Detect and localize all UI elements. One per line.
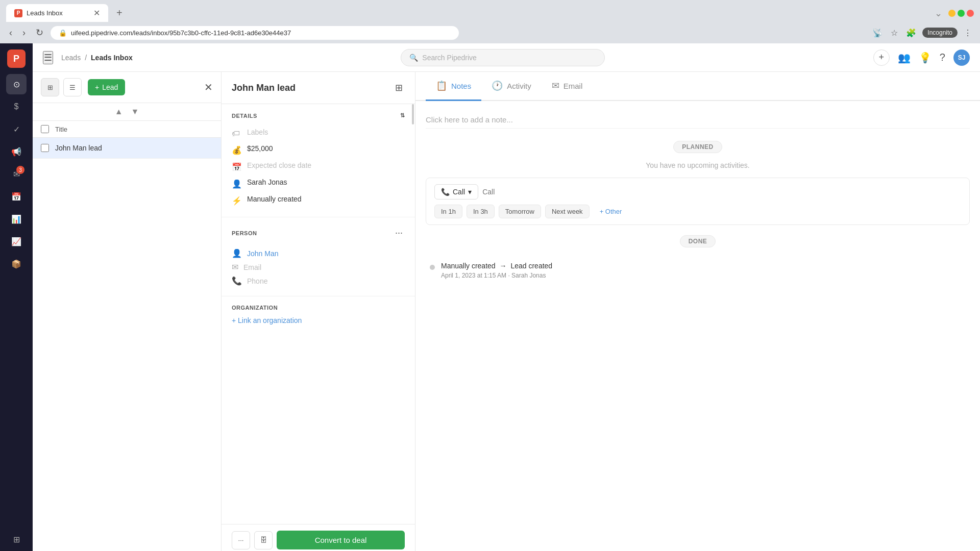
- sidebar-item-apps[interactable]: ⊞: [6, 529, 27, 549]
- time-options: In 1h In 3h Tomorrow Next week + Other: [434, 205, 961, 218]
- done-badge-text: DONE: [680, 235, 716, 247]
- search-bar[interactable]: 🔍 Search Pipedrive: [401, 49, 605, 66]
- calendar-icon: 📅: [11, 192, 21, 202]
- scroll-indicator: [412, 104, 414, 124]
- sidebar-item-leads[interactable]: 📢: [6, 141, 27, 162]
- menu-button[interactable]: ⋮: [962, 26, 974, 40]
- extension-button[interactable]: 🧩: [904, 26, 918, 40]
- address-bar[interactable]: 🔒 uifeed.pipedrive.com/leads/inbox/95b7c…: [51, 26, 459, 40]
- deals-icon: $: [14, 102, 19, 111]
- done-badge: DONE: [426, 235, 970, 247]
- help-icon[interactable]: ?: [940, 52, 945, 63]
- amount-field[interactable]: 💰 $25,000: [232, 141, 405, 158]
- list-view-button[interactable]: ☰: [63, 78, 82, 96]
- avatar[interactable]: SJ: [953, 49, 970, 66]
- email-tab-icon: ✉: [552, 80, 559, 91]
- archive-icon: 🗄: [260, 536, 267, 544]
- new-tab-button[interactable]: +: [112, 5, 127, 21]
- detail-header: John Man lead ⊞: [222, 72, 415, 104]
- sidebar-item-growth[interactable]: 📈: [6, 231, 27, 252]
- select-all-checkbox[interactable]: [41, 125, 49, 133]
- search-icon: 🔍: [409, 54, 418, 62]
- tab-close-button[interactable]: ✕: [93, 8, 100, 18]
- tab-notes[interactable]: 📋 Notes: [426, 72, 481, 101]
- activity-tab-icon: 🕐: [492, 80, 503, 91]
- call-type-button[interactable]: 📞 Call ▾: [434, 184, 478, 199]
- time-3h-button[interactable]: In 3h: [467, 205, 495, 218]
- owner-value: Sarah Jonas: [247, 178, 287, 186]
- note-input[interactable]: Click here to add a note...: [426, 111, 970, 129]
- close-panel-button[interactable]: ✕: [204, 81, 213, 93]
- person-email: Email: [243, 263, 261, 271]
- org-link[interactable]: + Link an organization: [232, 316, 302, 324]
- refresh-button[interactable]: ↻: [33, 25, 46, 40]
- tab-favicon: P: [14, 9, 22, 17]
- close-date-field[interactable]: 📅 Expected close date: [232, 158, 405, 175]
- minimize-button[interactable]: [948, 10, 955, 17]
- item-checkbox[interactable]: [41, 144, 49, 152]
- sort-up-button[interactable]: ▲: [111, 105, 127, 118]
- time-1h-button[interactable]: In 1h: [434, 205, 462, 218]
- top-actions: + 👥 💡 ? SJ: [873, 49, 970, 66]
- list-item-title: John Man lead: [55, 144, 102, 152]
- activity-title-input[interactable]: [482, 188, 961, 196]
- footer-archive-button[interactable]: 🗄: [254, 531, 273, 549]
- activity-log-item: Manually created → Lead created April 1,…: [426, 256, 970, 285]
- sidebar-item-home[interactable]: ⊙: [6, 74, 27, 94]
- grid-view-button[interactable]: ⊞: [41, 78, 59, 96]
- hamburger-button[interactable]: ☰: [43, 51, 53, 64]
- sidebar-item-calendar[interactable]: 📅: [6, 186, 27, 207]
- bookmark-button[interactable]: ☆: [889, 26, 900, 40]
- sort-down-button[interactable]: ▼: [127, 105, 143, 118]
- done-section: DONE Manually created → Lead created: [426, 235, 970, 285]
- call-icon: 📞: [441, 188, 450, 196]
- detail-panel: John Man lead ⊞ DETAILS ⇅: [222, 72, 415, 551]
- cast-button[interactable]: 📡: [870, 26, 885, 40]
- person-email-field[interactable]: ✉ Email: [232, 260, 405, 274]
- list-header: Title: [33, 121, 221, 138]
- bulb-icon[interactable]: 💡: [919, 52, 932, 64]
- footer-more-button[interactable]: ···: [232, 531, 250, 549]
- amount-icon: 💰: [232, 145, 242, 155]
- sidebar-item-mail[interactable]: ✉ 3: [6, 164, 27, 184]
- no-activities-text: You have no upcoming activities.: [426, 161, 970, 169]
- owner-field[interactable]: 👤 Sarah Jonas: [232, 175, 405, 192]
- browser-tab[interactable]: P Leads Inbox ✕: [6, 4, 108, 22]
- log-title: Manually created → Lead created: [441, 262, 970, 270]
- tab-activity[interactable]: 🕐 Activity: [481, 72, 542, 101]
- details-section: DETAILS ⇅ 🏷 Labels 💰 $25,000 📅: [222, 104, 415, 217]
- chevron-down-icon: ▾: [468, 188, 472, 196]
- time-tomorrow-button[interactable]: Tomorrow: [499, 205, 541, 218]
- window-collapse-icon: ⌄: [935, 8, 942, 19]
- sidebar-item-deals[interactable]: $: [6, 96, 27, 117]
- forward-button[interactable]: ›: [19, 26, 29, 40]
- back-button[interactable]: ‹: [6, 26, 15, 40]
- grid-icon: ⊞: [47, 84, 53, 91]
- close-button[interactable]: [967, 10, 974, 17]
- log-content: Manually created → Lead created April 1,…: [441, 262, 970, 279]
- time-more-button[interactable]: + Other: [594, 205, 628, 218]
- convert-to-deal-button[interactable]: Convert to deal: [277, 531, 405, 549]
- person-name: John Man: [247, 249, 278, 258]
- add-button[interactable]: +: [873, 49, 890, 66]
- contacts-icon[interactable]: 👥: [898, 52, 911, 64]
- time-nextweek-button[interactable]: Next week: [545, 205, 590, 218]
- maximize-button[interactable]: [958, 10, 965, 17]
- person-more-button[interactable]: ···: [393, 226, 405, 240]
- person-name-field[interactable]: 👤 John Man: [232, 246, 405, 260]
- planned-badge: PLANNED: [426, 141, 970, 153]
- sidebar-item-products[interactable]: 📦: [6, 254, 27, 274]
- add-lead-button[interactable]: + Lead: [88, 79, 125, 95]
- sidebar-item-tasks[interactable]: ✓: [6, 119, 27, 139]
- list-item[interactable]: John Man lead: [33, 138, 221, 159]
- sidebar-item-reports[interactable]: 📊: [6, 209, 27, 229]
- grid-view-toggle[interactable]: ⊞: [393, 80, 405, 95]
- person-phone-field[interactable]: 📞 Phone: [232, 274, 405, 288]
- list-panel: ⊞ ☰ + Lead ✕ ▲ ▼ Title: [33, 72, 222, 551]
- labels-field[interactable]: 🏷 Labels: [232, 125, 405, 141]
- expand-icon[interactable]: ⇅: [400, 112, 405, 119]
- tab-email[interactable]: ✉ Email: [542, 72, 593, 101]
- breadcrumb-parent[interactable]: Leads: [61, 54, 81, 62]
- person-header: PERSON ···: [232, 226, 405, 240]
- activity-tab-label: Activity: [507, 82, 531, 90]
